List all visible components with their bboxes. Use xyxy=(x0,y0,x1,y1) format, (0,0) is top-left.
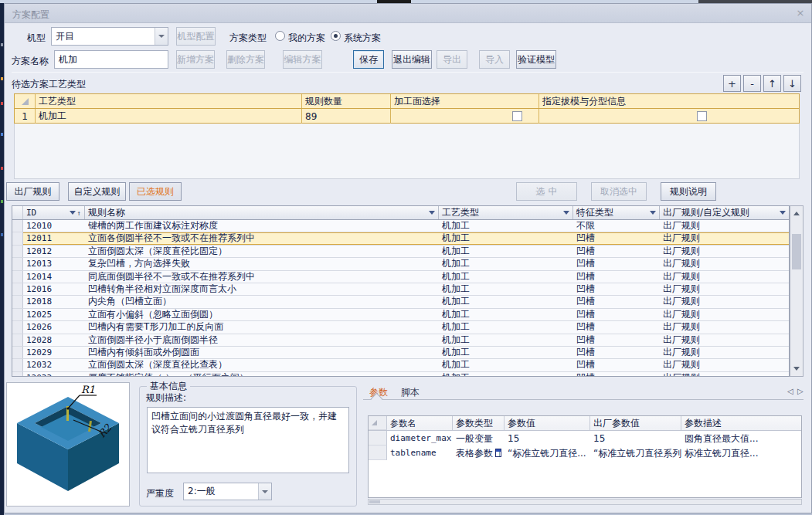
select-rule-button[interactable]: 选 中 xyxy=(516,182,577,201)
rules-table-row[interactable]: 12026凹槽内有需要T形刀加工的反向面机加工凹槽出厂规则 xyxy=(12,321,789,334)
radio-my-scheme-label[interactable]: 我的方案 xyxy=(288,32,325,45)
radio-my-scheme[interactable] xyxy=(275,31,285,41)
rules-table-row[interactable]: 12028立面倒圆半径小于底面倒圆半径机加工凹槽出厂规则 xyxy=(12,334,789,347)
col-feature[interactable]: 特征类型 xyxy=(573,206,660,219)
filter-icon[interactable] xyxy=(780,211,786,215)
severity-combobox[interactable]: 2:一般 xyxy=(183,483,272,500)
machine-type-dropdown-button[interactable] xyxy=(155,28,168,45)
rules-vertical-scrollbar[interactable] xyxy=(790,205,804,377)
col-factory-value[interactable]: 出厂参数值 xyxy=(590,416,681,430)
face-select-checkbox[interactable] xyxy=(512,111,522,121)
cell-fac: “标准立铣刀直径系列” xyxy=(590,446,681,460)
col-param-desc[interactable]: 参数描述 xyxy=(681,416,801,430)
tab-script[interactable]: 脚本 xyxy=(401,386,420,399)
cell-name: 厚度不够指定值（ ），（平行面之间） xyxy=(85,372,439,377)
factory-rules-button[interactable]: 出厂规则 xyxy=(6,182,59,201)
row-add-button[interactable]: + xyxy=(723,75,741,92)
parting-info-checkbox[interactable] xyxy=(697,111,707,121)
cell-feat: 凹槽 xyxy=(573,232,660,244)
severity-dropdown-button[interactable] xyxy=(258,483,271,500)
rules-table-row[interactable]: 12018内尖角（凹槽立面）机加工凹槽出厂规则 xyxy=(12,296,789,308)
process-types-data-row[interactable]: 1 机加工 89 xyxy=(15,109,799,124)
params-table-row[interactable]: tablename表格参数“标准立铣刀直径...“标准立铣刀直径系列”标准立铣刀… xyxy=(369,446,801,460)
filter-icon[interactable] xyxy=(563,211,569,215)
dialog-titlebar[interactable] xyxy=(5,4,811,23)
scroll-down-icon[interactable] xyxy=(791,363,802,374)
machine-config-button[interactable]: 机型配置 xyxy=(176,27,216,46)
rules-table-row[interactable]: 12010键槽的两工作面建议标注对称度机加工不限出厂规则 xyxy=(12,220,789,232)
col-param-type[interactable]: 参数类型 xyxy=(453,416,505,430)
tab-next-icon[interactable]: ▷ xyxy=(797,387,804,395)
close-icon[interactable]: × xyxy=(794,7,807,19)
params-table-row[interactable]: diameter_max一般变量1515圆角直径最大值... xyxy=(369,431,801,446)
cell-src: 出厂规则 xyxy=(660,296,789,307)
col-source[interactable]: 出厂规则/自定义规则 xyxy=(660,206,789,219)
rules-table: ID↑ 规则名称 工艺类型 特征类型 出厂规则/自定义规则 12010键槽的两工… xyxy=(12,205,790,377)
import-button[interactable]: 导入 xyxy=(479,50,510,69)
tab-underline xyxy=(363,399,804,400)
cell-name: 键槽的两工作面建议标注对称度 xyxy=(85,220,439,232)
col-face-select[interactable]: 加工面选择 xyxy=(391,94,539,108)
table-param-icon[interactable] xyxy=(495,449,501,457)
radio-system-scheme[interactable] xyxy=(331,31,341,41)
cell-feat: 凹槽 xyxy=(573,359,660,371)
export-button[interactable]: 导出 xyxy=(437,50,467,69)
filter-icon[interactable] xyxy=(70,211,76,215)
rules-table-row[interactable]: 12011立面各倒圆半径不一致或不在推荐系列中机加工凹槽出厂规则 xyxy=(12,232,789,245)
params-horizontal-scrollbar[interactable] xyxy=(368,499,802,505)
params-table-body: diameter_max一般变量1515圆角直径最大值...tablename表… xyxy=(369,431,801,460)
rules-table-row[interactable]: 12012立面倒圆太深（深度直径比固定）机加工凹槽出厂规则 xyxy=(12,246,789,258)
custom-rules-button[interactable]: 自定义规则 xyxy=(68,182,126,201)
edit-scheme-button[interactable]: 编辑方案 xyxy=(283,50,322,69)
rules-table-row[interactable]: 12025立面有小偏斜（忽略立面倒圆）机加工凹槽出厂规则 xyxy=(12,309,789,321)
rules-table-row[interactable]: 12029凹槽内有倾斜面或外倒圆面机加工凹槽出厂规则 xyxy=(12,347,789,359)
rules-table-row[interactable]: 12032立面倒圆太深（深度直径比查表）机加工凹槽出厂规则 xyxy=(12,359,789,371)
cell-fac: 15 xyxy=(590,431,681,446)
col-id[interactable]: ID↑ xyxy=(23,206,85,219)
select-all-cell[interactable] xyxy=(15,94,36,108)
row-remove-button[interactable]: - xyxy=(743,75,761,92)
scrollbar-thumb[interactable] xyxy=(369,500,380,503)
rules-table-row[interactable]: 12033厚度不够指定值（ ），（平行面之间）机加工凹槽出厂规则 xyxy=(12,372,789,377)
exit-edit-button[interactable]: 退出编辑 xyxy=(392,50,432,69)
scroll-up-icon[interactable] xyxy=(791,208,802,219)
rules-table-row[interactable]: 12016凹槽转角半径相对立面深度而言太小机加工凹槽出厂规则 xyxy=(12,283,789,296)
add-scheme-button[interactable]: 新增方案 xyxy=(176,50,215,69)
tab-prev-icon[interactable]: ◁ xyxy=(787,387,793,395)
col-rule-name[interactable]: 规则名称 xyxy=(85,206,439,219)
cell-sel xyxy=(12,372,23,377)
rule-description-button[interactable]: 规则说明 xyxy=(661,182,716,201)
row-up-button[interactable]: ↑ xyxy=(763,75,781,92)
cell-sel xyxy=(12,220,23,232)
col-rule-count[interactable]: 规则数量 xyxy=(302,94,391,108)
rule-description-textarea[interactable]: 凹槽立面间的小过渡圆角直径最好一致，并建议符合立铣刀直径系列 xyxy=(147,407,349,473)
cell-proc: 机加工 xyxy=(439,309,573,320)
cell-feat: 凹槽 xyxy=(573,258,660,269)
cell-src: 出厂规则 xyxy=(660,258,789,269)
col-parting-info[interactable]: 指定拔模与分型信息 xyxy=(539,94,799,108)
save-button[interactable]: 保存 xyxy=(353,50,384,69)
filter-icon[interactable] xyxy=(650,211,656,215)
delete-scheme-button[interactable]: 删除方案 xyxy=(226,50,265,69)
cell-src: 出厂规则 xyxy=(660,271,789,283)
col-process[interactable]: 工艺类型 xyxy=(439,206,573,219)
col-process-type[interactable]: 工艺类型 xyxy=(36,94,302,108)
radio-system-scheme-label[interactable]: 系统方案 xyxy=(344,32,381,45)
row-down-button[interactable]: ↓ xyxy=(783,75,801,92)
cell-proc: 机加工 xyxy=(439,258,573,269)
cell-proc: 机加工 xyxy=(439,359,573,371)
col-param-name[interactable]: 参数名 xyxy=(387,416,453,430)
selected-rules-button[interactable]: 已选规则 xyxy=(129,182,182,201)
rules-table-row[interactable]: 12014同底面倒圆半径不一致或不在推荐系列中机加工凹槽出厂规则 xyxy=(12,271,789,283)
col-param-value[interactable]: 参数值 xyxy=(505,416,590,430)
params-table-header: 参数名 参数类型 参数值 出厂参数值 参数描述 xyxy=(369,416,801,431)
scrollbar-thumb[interactable] xyxy=(792,234,801,269)
deselect-rule-button[interactable]: 取消选中 xyxy=(591,182,647,201)
scheme-name-input[interactable]: 机加 xyxy=(54,50,168,69)
filter-icon[interactable] xyxy=(429,211,435,215)
cell-sel xyxy=(12,296,23,307)
machine-type-combobox[interactable]: 开目 xyxy=(51,27,168,46)
rules-table-row[interactable]: 12013复杂凹槽，方向选择失败机加工凹槽出厂规则 xyxy=(12,258,789,270)
validate-model-button[interactable]: 验证模型 xyxy=(516,50,556,69)
cell-id: 12026 xyxy=(23,321,85,333)
